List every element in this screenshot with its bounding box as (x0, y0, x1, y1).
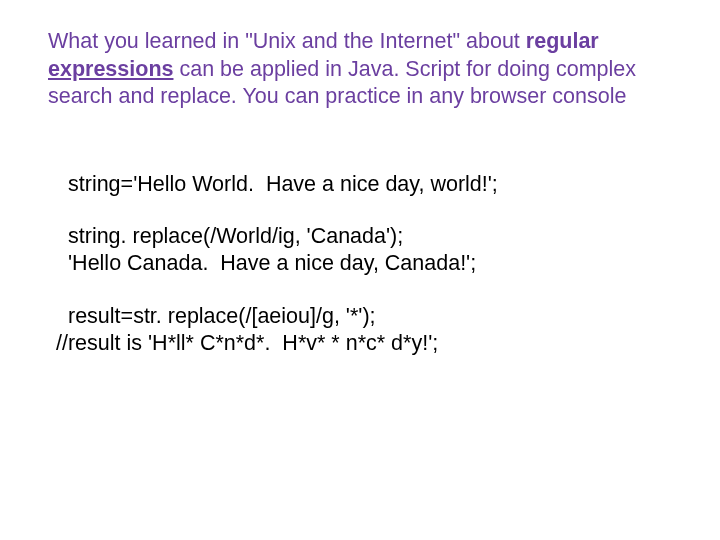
heading-text-1: What you learned in "Unix and the Intern… (48, 29, 526, 53)
code-line-4: result=str. replace(/[aeiou]/g, '*'); (68, 303, 680, 330)
blank-line (68, 277, 680, 303)
code-line-1: string='Hello World. Have a nice day, wo… (68, 171, 680, 198)
heading-bold-1: regular (526, 29, 599, 53)
code-line-5: //result is 'H*ll* C*n*d*. H*v* * n*c* d… (56, 330, 680, 357)
slide: What you learned in "Unix and the Intern… (0, 0, 720, 540)
heading-paragraph: What you learned in "Unix and the Intern… (48, 28, 680, 111)
code-line-2: string. replace(/World/ig, 'Canada'); (68, 223, 680, 250)
code-block: string='Hello World. Have a nice day, wo… (68, 171, 680, 357)
code-line-3: 'Hello Canada. Have a nice day, Canada!'… (68, 250, 680, 277)
heading-bold-underline: expressions (48, 57, 173, 81)
blank-line (68, 197, 680, 223)
